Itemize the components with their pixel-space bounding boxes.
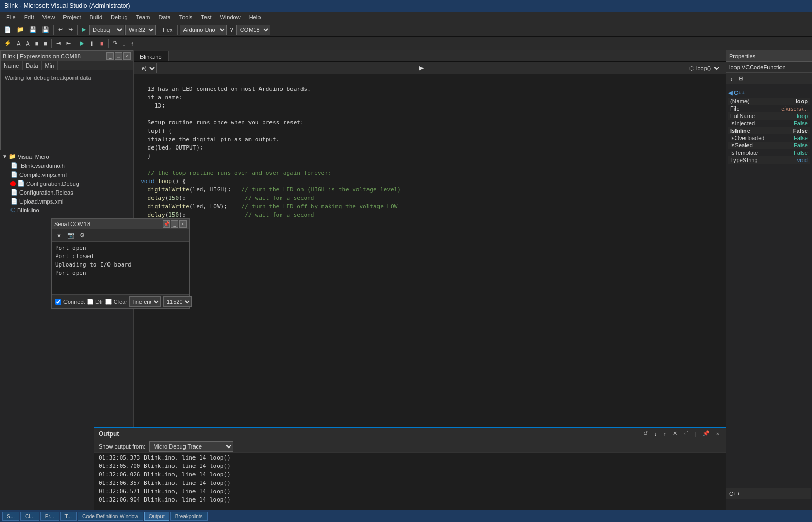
menu-build[interactable]: Build [85,13,106,22]
open-btn[interactable]: 📁 [15,25,26,35]
output-refresh-btn[interactable]: ↺ [641,429,650,439]
taskbar-btn-breakpoints[interactable]: Breakpoints [170,512,208,521]
prop-row-file: File c:\users\... [728,105,810,112]
serial-cam-btn[interactable]: 📷 [65,230,77,241]
menu-edit[interactable]: Edit [20,13,38,22]
properties-header: Properties [726,50,812,62]
menu-view[interactable]: View [38,13,59,22]
tree-item-config-debug[interactable]: 📄 Configuration.Debug [0,179,133,188]
props-grid-btn[interactable]: ⊞ [737,73,745,84]
debug-stop-btn[interactable]: ■ [98,38,106,49]
connect-checkbox[interactable] [55,299,61,305]
serial-close-btn[interactable]: × [179,220,187,228]
undo-btn[interactable]: ↩ [56,25,65,35]
code-line: // the loop routine runs over and over a… [134,169,726,177]
expressions-window: Blink | Expressions on COM18 _ □ × Name … [0,50,133,150]
output-clear-btn[interactable]: ✕ [670,429,679,439]
menu-window[interactable]: Window [216,13,245,22]
dtr-checkbox[interactable] [87,299,93,305]
menu-tools[interactable]: Tools [175,13,197,22]
step-into-btn[interactable]: ↓ [121,38,128,49]
menu-help[interactable]: Help [245,13,265,22]
output-line-3: 01:32:06.026 Blink.ino, line 14 loop() [99,471,721,479]
tree-item-upload[interactable]: 📄 Upload.vmps.xml [0,197,133,206]
output-source-dropdown[interactable]: Micro Debug Trace [149,441,233,452]
expressions-content: Waiting for debug breakpoint data [1,70,133,85]
port-dropdown[interactable]: COM18 [236,25,270,35]
line-ending-dropdown[interactable]: line endir [129,296,161,307]
output-line-1: 01:32:05.373 Blink.ino, line 14 loop() [99,454,721,462]
expressions-minimize-btn[interactable]: _ [106,52,114,60]
properties-object-text: loop VCCodeFunction [729,64,786,70]
menu-debug[interactable]: Debug [106,13,132,22]
indent-btn[interactable]: ⇥ [54,38,63,49]
start-btn[interactable]: ▶ [80,25,88,35]
breadcrumb-right[interactable]: ⬡ loop() [686,63,721,73]
baud-rate-dropdown[interactable]: 115200 [163,296,192,307]
save-all-btn[interactable]: 💾 [40,25,51,35]
tree-item-visual-micro[interactable]: ▼ 📁 Visual Micro [0,152,133,161]
props-sort-btn[interactable]: ↕ [728,73,735,84]
expressions-maximize-btn[interactable]: □ [115,52,122,60]
debug-mode-dropdown[interactable]: Debug Release [89,25,124,35]
taskbar-btn-output[interactable]: Output [144,512,169,521]
breadcrumb-left[interactable]: e) [138,63,157,73]
menu-test[interactable]: Test [197,13,215,22]
debug-pause-btn[interactable]: ⏸ [87,38,97,49]
expressions-close-btn[interactable]: × [123,52,131,60]
menu-project[interactable]: Project [59,13,85,22]
tb2-btn1[interactable]: ⚡ [2,38,14,49]
serial-settings-btn[interactable]: ⚙ [78,230,87,241]
taskbar-btn-pr[interactable]: Pr... [40,512,59,521]
taskbar-btn-s[interactable]: S... [2,512,19,521]
show-output-label: Show output from: [99,443,145,450]
save-btn[interactable]: 💾 [27,25,39,35]
properties-content: ◀ C++ (Name) loop File c:\users\... Full… [726,84,812,510]
output-line-6: 01:32:06.904 Blink.ino, line 14 loop() [99,496,721,504]
debug-continue-btn[interactable]: ▶ [78,38,86,49]
clear-checkbox[interactable] [105,299,112,305]
taskbar-btn-t[interactable]: T... [60,512,77,521]
output-wrap-btn[interactable]: ⏎ [681,429,690,439]
hex-btn[interactable]: Hex [160,25,175,35]
output-header: Output ↺ ↓ ↑ ✕ ⏎ | 📌 × [94,428,726,440]
tb2-btn5[interactable]: ■ [41,38,49,49]
tree-item-blink-h[interactable]: 📄 .Blink.vsarduino.h [0,161,133,170]
tb2-btn3[interactable]: A [24,38,31,49]
tab-blink-ino[interactable]: Blink.ino [134,51,169,61]
step-over-btn[interactable]: ↷ [111,38,120,49]
output-prev-btn[interactable]: ↑ [661,429,668,439]
output-next-btn[interactable]: ↓ [652,429,659,439]
serial-pin-btn[interactable]: 📌 [163,220,170,228]
redo-btn[interactable]: ↪ [66,25,75,35]
outdent-btn[interactable]: ⇤ [64,38,73,49]
port-settings-btn[interactable]: ≡ [272,25,279,35]
breakpoint-indicator [10,181,16,186]
tree-item-config-release[interactable]: 📄 Configuration.Releas [0,188,133,197]
serial-window: Serial COM18 📌 _ × ▼ 📷 ⚙ Port open Port … [51,218,190,309]
tree-item-blink-ino[interactable]: ⬡ Blink.ino [0,206,133,215]
taskbar-label: Pr... [45,514,55,519]
file-icon: 📄 [17,180,25,187]
menu-data[interactable]: Data [154,13,175,22]
connect-label: Connect [63,299,85,305]
prop-row-isinline: IsInline False [728,127,810,134]
menu-file[interactable]: File [2,13,20,22]
menu-team[interactable]: Team [132,13,155,22]
board-dropdown[interactable]: Arduino Uno [180,25,227,35]
platform-dropdown[interactable]: Win32 [125,25,156,35]
tb2-btn4[interactable]: ■ [33,38,41,49]
expressions-col-data: Data [23,61,41,70]
tree-item-compile[interactable]: 📄 Compile.vmps.xml [0,170,133,179]
new-btn[interactable]: 📄 [2,25,14,35]
output-pin-btn[interactable]: 📌 [700,429,712,439]
step-out-btn[interactable]: ↑ [128,38,136,49]
toolbar-2: ⚡ A A ■ ■ ⇥ ⇤ ▶ ⏸ ■ ↷ ↓ ↑ [0,37,812,50]
taskbar-btn-code-def[interactable]: Code Definition Window [78,512,143,521]
tb2-btn2[interactable]: A [15,38,23,49]
serial-minimize-btn[interactable]: _ [171,220,178,228]
output-close-btn[interactable]: × [714,429,721,439]
prop-section-cpp: ◀ C++ [728,89,810,98]
serial-dropdown-btn[interactable]: ▼ [54,230,64,241]
taskbar-btn-cl[interactable]: Cl... [20,512,39,521]
